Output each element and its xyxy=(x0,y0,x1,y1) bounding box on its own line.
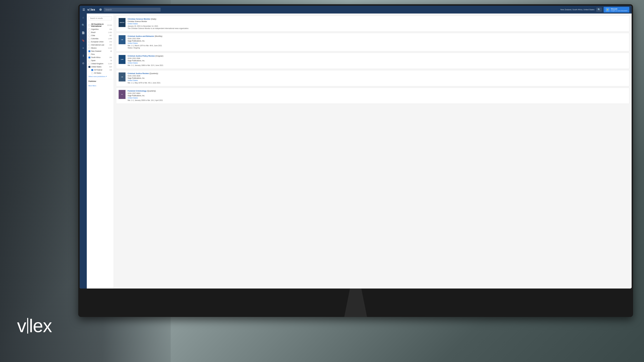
publisher-title: Publisher xyxy=(88,80,112,82)
filter-checkbox-new-zealand[interactable] xyxy=(88,50,90,52)
filter-item-all-federal[interactable]: All Federal 104 xyxy=(91,68,112,71)
filter-checkbox-south-africa[interactable] xyxy=(88,56,90,58)
filter-item-new-zealand[interactable]: New Zealand 40 xyxy=(88,50,112,53)
vincent-icon: ⚡ xyxy=(606,8,610,12)
result-thumbnail-inner-5: FC xyxy=(119,90,126,99)
result-link-4[interactable]: Criminal Justice Review xyxy=(128,72,149,74)
filter-item-argentina[interactable]: Argentina 258 xyxy=(88,28,112,31)
filter-checkbox-eu[interactable] xyxy=(88,41,90,43)
navbar-search-input[interactable] xyxy=(106,8,159,11)
result-issn-4: ISSN 1556-3839 xyxy=(128,75,627,77)
result-thumbnail-2: CJB xyxy=(118,35,126,44)
filter-checkbox-all-federal[interactable] xyxy=(91,69,93,71)
filter-item-south-africa[interactable]: South Africa 356 xyxy=(88,56,112,59)
filter-item-all-countries[interactable]: All Countries & International 13,314 xyxy=(88,22,112,28)
result-country-3[interactable]: United States xyxy=(128,62,627,64)
result-frequency-1: (Daily) xyxy=(151,18,156,20)
filter-item-mexico[interactable]: Mexico 2,212 xyxy=(88,46,112,50)
select-more-jurisdictions[interactable]: Select more jurisdictions ▾ xyxy=(87,75,114,78)
filter-item-left: Colombia xyxy=(88,38,98,40)
result-nbr-3: Nbr. 1-1, January 1986 to Nbr. 32-5, Jun… xyxy=(128,64,627,66)
filter-checkbox-mexico[interactable] xyxy=(88,47,90,49)
filter-item-left: Chile xyxy=(88,34,95,36)
filter-item-left: European Union xyxy=(88,41,104,43)
sidebar-home-icon[interactable]: ⌂ xyxy=(82,15,85,20)
result-thumbnail-4: CJR xyxy=(118,72,126,82)
sidebar-bookmark-icon[interactable]: 🔖 xyxy=(81,38,86,43)
navbar-search-button[interactable]: 🔍 xyxy=(596,7,602,12)
navbar-search-bar[interactable] xyxy=(104,8,160,12)
filter-checkbox-us[interactable] xyxy=(88,66,90,68)
vincent-button[interactable]: ⚡ Vincent Insights on your document xyxy=(604,7,629,12)
result-publisher-3: Sage Publications, Inc. xyxy=(128,60,627,62)
result-country-2[interactable]: United States xyxy=(128,42,627,44)
filter-item-intl-law[interactable]: International Law 340 xyxy=(88,43,112,46)
filter-count-brazil: 1,453 xyxy=(108,31,112,33)
filter-checkbox-brazil[interactable] xyxy=(88,31,90,33)
sidebar-settings-icon[interactable]: ⚙ xyxy=(81,61,85,66)
result-thumbnail-1: MONITOR xyxy=(118,18,126,27)
filter-count-mexico: 2,212 xyxy=(108,47,112,49)
background-vlex-logo: v lex xyxy=(17,315,52,337)
filter-count-argentina: 258 xyxy=(110,28,112,30)
result-body-1: Christian Science Monitor (Daily) Christ… xyxy=(128,18,627,29)
filter-item-eu[interactable]: European Union 473 xyxy=(88,40,112,43)
result-country-1[interactable]: United States xyxy=(128,23,627,25)
us-sub-items: All Federal 104 All States xyxy=(88,68,112,75)
result-status-2: Status: Ongoing xyxy=(128,47,627,49)
filter-checkbox-chile[interactable] xyxy=(88,35,90,36)
result-publisher-5: Sage Publications, Inc. xyxy=(128,95,627,97)
filter-item-peru[interactable]: Peru xyxy=(88,53,112,56)
navbar-jurisdiction-label: New Zealand, South Africa, United States xyxy=(560,8,594,11)
filter-item-spain[interactable]: Spain 76 xyxy=(88,59,112,62)
filter-item-us[interactable]: United States 824 xyxy=(88,65,112,68)
result-issn-3: ISSN 1552-3586 xyxy=(128,57,627,59)
hamburger-menu-icon[interactable]: ☰ xyxy=(82,7,86,12)
filter-checkbox-all-countries[interactable] xyxy=(88,24,90,26)
chevron-down-icon: ▾ xyxy=(106,75,107,77)
filter-count-us: 824 xyxy=(110,66,112,68)
navbar: ☰ v lex 🕐 New Zealand, South Africa, Uni… xyxy=(80,6,632,13)
sidebar-info-icon[interactable]: ℹ xyxy=(82,53,85,58)
filter-item-all-states[interactable]: All States xyxy=(91,71,112,75)
filter-label-uk: United Kingdom xyxy=(91,63,103,65)
result-link-5[interactable]: Feminist Criminology xyxy=(128,90,146,92)
result-link-2[interactable]: Criminal Justice and Behavior xyxy=(128,35,154,37)
filter-item-left: All Countries & International xyxy=(88,23,107,27)
filter-item-brazil[interactable]: Brazil 1,453 xyxy=(88,31,112,34)
result-thumbnail-inner-3: CJPR xyxy=(119,55,126,64)
result-frequency-2: (Monthly) xyxy=(155,35,162,37)
content-area: MONITOR Christian Science Monitor (Daily… xyxy=(114,13,632,289)
select-more-label: Select more jurisdictions xyxy=(88,76,106,77)
filter-checkbox-peru[interactable] xyxy=(88,53,90,55)
filter-label-all-federal: All Federal xyxy=(94,69,102,71)
monitor-stand xyxy=(342,289,370,317)
sidebar-menu-icon[interactable]: ≡ xyxy=(82,46,85,50)
result-country-4[interactable]: United States xyxy=(128,79,627,81)
history-icon[interactable]: 🕐 xyxy=(99,8,102,11)
result-nbr-4: Nbr. 1-1, May 1976 to Nbr. 46-2, June 20… xyxy=(128,82,627,84)
result-country-5[interactable]: United States xyxy=(128,97,627,99)
filter-checkbox-all-states[interactable] xyxy=(91,72,93,74)
filter-checkbox-uk[interactable] xyxy=(88,63,90,65)
result-link-3[interactable]: Criminal Justice Policy Review xyxy=(128,55,155,57)
result-thumbnail-3: CJPR xyxy=(118,55,126,64)
more-filters-link[interactable]: More filters xyxy=(87,84,114,87)
filter-count-new-zealand: 40 xyxy=(110,50,112,52)
result-link-1[interactable]: Christian Science Monitor xyxy=(128,18,150,20)
filter-item-chile[interactable]: Chile 367 xyxy=(88,34,112,37)
filter-checkbox-intl-law[interactable] xyxy=(88,44,90,46)
app-container: ☰ v lex 🕐 New Zealand, South Africa, Uni… xyxy=(80,6,632,289)
filter-item-uk[interactable]: United Kingdom 3,319 xyxy=(88,62,112,65)
main-layout: ⌂ 🔍 📄 🔖 ≡ ℹ ⚙ xyxy=(80,13,632,289)
search-in-results-input[interactable] xyxy=(88,16,112,20)
sidebar-search-icon[interactable]: 🔍 xyxy=(81,23,86,27)
result-date-1: January 19, 2021 to December 14, 2021 xyxy=(128,25,627,27)
sidebar-document-icon[interactable]: 📄 xyxy=(81,30,86,35)
logo-pipe xyxy=(90,8,90,11)
filter-item-colombia[interactable]: Colombia 1,858 xyxy=(88,37,112,40)
filter-checkbox-colombia[interactable] xyxy=(88,38,90,40)
filter-checkbox-argentina[interactable] xyxy=(88,28,90,30)
filter-label-colombia: Colombia xyxy=(91,38,98,40)
filter-checkbox-spain[interactable] xyxy=(88,60,90,61)
